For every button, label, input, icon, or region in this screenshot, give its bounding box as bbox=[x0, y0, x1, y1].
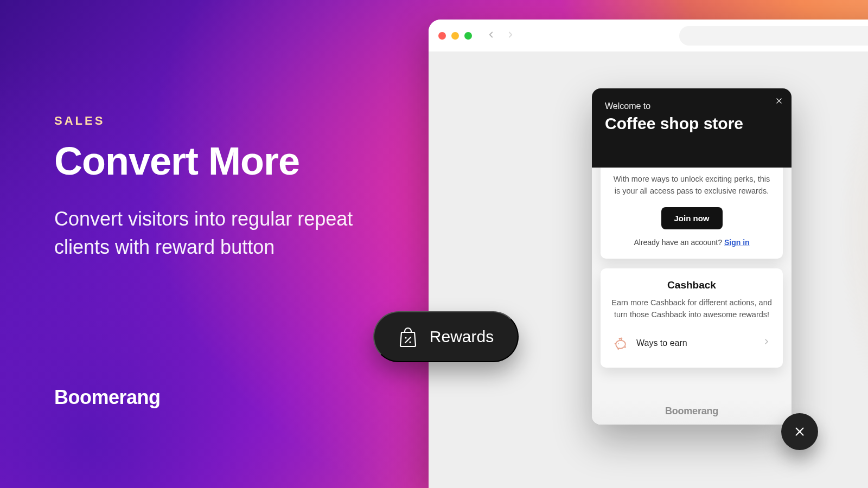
cashback-card: Cashback Earn more Cashback for differen… bbox=[601, 268, 783, 368]
promo-stage: SALES Convert More Convert visitors into… bbox=[0, 0, 868, 488]
hero-subtext: Convert visitors into regular repeat cli… bbox=[54, 205, 391, 261]
window-minimize-dot[interactable] bbox=[451, 32, 459, 40]
nav-back-button[interactable] bbox=[485, 30, 497, 42]
panel-close-button[interactable] bbox=[775, 97, 783, 106]
chevron-left-icon bbox=[486, 30, 496, 40]
rewards-button[interactable]: Rewards bbox=[373, 311, 519, 362]
shopping-bag-percent-icon bbox=[398, 326, 418, 348]
panel-footer-brand: Boomerang bbox=[592, 400, 792, 425]
chevron-right-icon bbox=[762, 337, 771, 349]
browser-chrome-bar bbox=[429, 20, 868, 52]
ways-to-earn-label: Ways to earn bbox=[636, 338, 755, 348]
close-fab-button[interactable] bbox=[781, 413, 818, 450]
close-icon bbox=[794, 426, 806, 438]
welcome-prefix: Welcome to bbox=[605, 101, 778, 111]
nav-forward-button[interactable] bbox=[505, 30, 516, 42]
close-icon bbox=[775, 97, 783, 105]
rewards-panel-header: Welcome to Coffee shop store bbox=[592, 88, 792, 168]
store-name: Coffee shop store bbox=[605, 114, 778, 133]
hero-copy: SALES Convert More Convert visitors into… bbox=[54, 114, 391, 261]
address-bar[interactable] bbox=[679, 26, 868, 46]
already-account-label: Already have an acoount? bbox=[634, 238, 724, 247]
svg-point-1 bbox=[409, 341, 411, 343]
ways-to-earn-row[interactable]: Ways to earn bbox=[611, 331, 772, 356]
already-account-text: Already have an acoount? Sign in bbox=[611, 238, 772, 247]
svg-point-5 bbox=[618, 343, 619, 344]
hero-eyebrow: SALES bbox=[54, 114, 391, 128]
hero-headline: Convert More bbox=[54, 141, 391, 182]
rewards-cards: Become a member With more ways to unlock… bbox=[592, 145, 792, 375]
member-card-desc: With more ways to unlock exciting perks,… bbox=[611, 173, 772, 197]
join-now-button[interactable]: Join now bbox=[661, 207, 723, 229]
rewards-button-label: Rewards bbox=[430, 328, 494, 346]
piggy-bank-icon bbox=[612, 335, 629, 351]
sign-in-link[interactable]: Sign in bbox=[724, 238, 750, 247]
browser-nav bbox=[485, 30, 516, 42]
rewards-panel: Welcome to Coffee shop store Become a me… bbox=[592, 88, 792, 425]
window-controls bbox=[438, 32, 472, 40]
window-zoom-dot[interactable] bbox=[464, 32, 472, 40]
cashback-card-desc: Earn more Cashback for different actions… bbox=[611, 297, 772, 321]
chevron-right-icon bbox=[506, 30, 515, 40]
svg-point-0 bbox=[405, 337, 406, 338]
cashback-card-title: Cashback bbox=[611, 279, 772, 291]
window-close-dot[interactable] bbox=[438, 32, 446, 40]
brand-wordmark: Boomerang bbox=[54, 386, 161, 409]
